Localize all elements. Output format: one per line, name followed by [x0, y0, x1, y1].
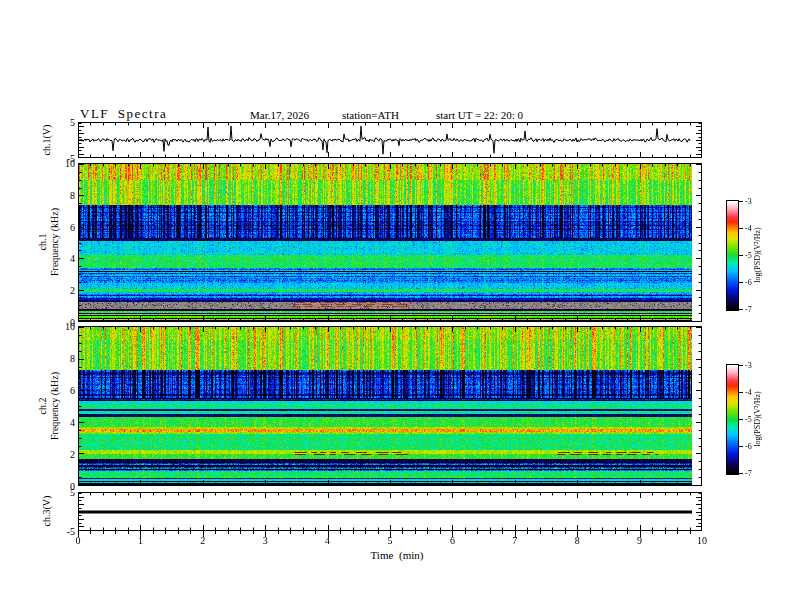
- ch1-frequency-axis-label: Frequency (kHz): [49, 208, 60, 276]
- time-tick-label: 4: [325, 535, 330, 546]
- ch3-volt-tick-label: -5: [67, 526, 75, 537]
- ch2-colorbar-tick-label: -4: [745, 388, 752, 397]
- time-tick-label: 0: [76, 535, 81, 546]
- ch1-freq-tick-label: 8: [70, 189, 75, 200]
- ch1-waveform-plot: [78, 122, 702, 159]
- ch1-spectrogram-channel-label: ch.1: [37, 234, 48, 251]
- figure-start-ut: start UT = 22: 20: 0: [436, 109, 523, 121]
- time-tick-label: 9: [637, 535, 642, 546]
- ch2-colorbar-tick-label: -6: [745, 442, 752, 451]
- ch2-spectrogram-plot: [78, 326, 702, 486]
- time-tick-label: 3: [263, 535, 268, 546]
- time-tick-label: 10: [697, 535, 707, 546]
- ch2-frequency-axis-label: Frequency (kHz): [49, 372, 60, 440]
- time-tick-label: 1: [138, 535, 143, 546]
- ch1-volt-tick-label: 5: [70, 117, 75, 128]
- ch1-freq-tick-label: 6: [70, 221, 75, 232]
- figure-title: VLF Spectra: [80, 106, 167, 122]
- ch2-freq-tick-label: 4: [70, 417, 75, 428]
- time-tick-label: 5: [388, 535, 393, 546]
- ch2-freq-tick-label: 8: [70, 353, 75, 364]
- ch3-voltage-axis-label: ch.3(V): [41, 496, 52, 527]
- ch1-colorbar-tick-label: -5: [745, 251, 752, 260]
- ch2-colorbar-label: log(PSD)(V²/Hz): [753, 391, 762, 446]
- ch2-freq-tick-label: 10: [65, 321, 75, 332]
- ch1-colorbar-tick-label: -7: [745, 305, 752, 314]
- time-tick-label: 7: [512, 535, 517, 546]
- ch2-freq-tick-label: 6: [70, 385, 75, 396]
- ch2-colorbar-tick-label: -7: [745, 469, 752, 478]
- ch1-freq-tick-label: 10: [65, 158, 75, 169]
- ch2-colorbar-tick-label: -5: [745, 415, 752, 424]
- ch2-colorbar-tick-label: -3: [745, 361, 752, 370]
- ch1-spectrogram-plot: [78, 163, 702, 322]
- time-tick-label: 8: [575, 535, 580, 546]
- time-axis-label: Time (min): [370, 549, 423, 561]
- time-tick-label: 2: [200, 535, 205, 546]
- ch1-colorbar-tick-label: -4: [745, 224, 752, 233]
- vlf-spectra-figure: VLF Spectra Mar.17, 2026 station=ATH sta…: [0, 0, 792, 612]
- ch2-freq-tick-label: 2: [70, 449, 75, 460]
- ch1-voltage-axis-label: ch.1(V): [41, 125, 52, 156]
- time-tick-label: 6: [450, 535, 455, 546]
- ch3-volt-tick-label: 5: [70, 487, 75, 498]
- ch1-freq-tick-label: 4: [70, 253, 75, 264]
- ch1-colorbar-tick-label: -6: [745, 278, 752, 287]
- ch2-spectrogram-channel-label: ch.2: [37, 398, 48, 415]
- ch1-colorbar-label: log(PSD)(V²/Hz): [753, 227, 762, 282]
- ch3-waveform-plot: [78, 492, 702, 539]
- ch1-freq-tick-label: 2: [70, 285, 75, 296]
- figure-date: Mar.17, 2026: [250, 109, 309, 121]
- ch1-colorbar-tick-label: -3: [745, 197, 752, 206]
- figure-station: station=ATH: [342, 109, 399, 121]
